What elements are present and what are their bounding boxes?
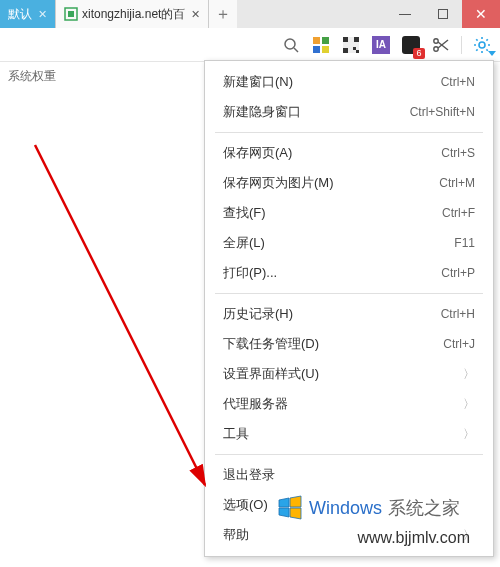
menu-item-save-page[interactable]: 保存网页(A)Ctrl+S <box>205 138 493 168</box>
browser-tab[interactable]: xitongzhijia.net的百 ✕ <box>56 0 209 28</box>
menu-item-save-as-image[interactable]: 保存网页为图片(M)Ctrl+M <box>205 168 493 198</box>
svg-line-15 <box>486 39 487 40</box>
svg-line-12 <box>476 39 477 40</box>
apps-grid-icon[interactable] <box>311 35 331 55</box>
menu-item-logout[interactable]: 退出登录 <box>205 460 493 490</box>
qr-code-icon[interactable] <box>341 35 361 55</box>
menu-item-history[interactable]: 历史记录(H)Ctrl+H <box>205 299 493 329</box>
tab-label: xitongzhijia.net的百 <box>82 6 185 23</box>
new-tab-button[interactable]: ＋ <box>209 0 237 28</box>
ia-badge-icon[interactable]: IA <box>371 35 391 55</box>
browser-tab-active[interactable]: 默认 ✕ <box>0 0 56 28</box>
dropdown-caret-icon <box>488 51 496 56</box>
menu-item-find[interactable]: 查找(F)Ctrl+F <box>205 198 493 228</box>
window-minimize-button[interactable] <box>386 0 424 28</box>
svg-line-16 <box>35 145 205 485</box>
svg-point-4 <box>434 46 438 50</box>
svg-point-7 <box>479 42 485 48</box>
chevron-right-icon: 〉 <box>463 426 475 443</box>
menu-separator <box>215 293 483 294</box>
tab-label: 默认 <box>8 6 32 23</box>
menu-item-tools[interactable]: 工具〉 <box>205 419 493 449</box>
chevron-right-icon: 〉 <box>463 366 475 383</box>
menu-item-print[interactable]: 打印(P)...Ctrl+P <box>205 258 493 288</box>
menu-item-new-window[interactable]: 新建窗口(N)Ctrl+N <box>205 67 493 97</box>
svg-line-2 <box>294 48 298 52</box>
menu-item-ui-style[interactable]: 设置界面样式(U)〉 <box>205 359 493 389</box>
window-close-button[interactable]: ✕ <box>462 0 500 28</box>
chevron-right-icon: 〉 <box>463 396 475 413</box>
menu-separator <box>215 132 483 133</box>
windows-logo-icon <box>277 495 303 521</box>
search-icon[interactable] <box>281 35 301 55</box>
svg-point-3 <box>434 38 438 42</box>
favicon-icon <box>64 7 78 21</box>
scissors-icon[interactable] <box>431 35 451 55</box>
menu-item-new-incognito[interactable]: 新建隐身窗口Ctrl+Shift+N <box>205 97 493 127</box>
settings-gear-icon[interactable] <box>472 35 492 55</box>
menu-item-downloads[interactable]: 下载任务管理(D)Ctrl+J <box>205 329 493 359</box>
settings-dropdown-menu: 新建窗口(N)Ctrl+N 新建隐身窗口Ctrl+Shift+N 保存网页(A)… <box>204 60 494 557</box>
watermark-logo: Windows系统之家 <box>277 495 460 521</box>
watermark-url: www.bjjmlv.com <box>357 529 470 547</box>
menu-item-proxy[interactable]: 代理服务器〉 <box>205 389 493 419</box>
extension-icon[interactable]: 6 <box>401 35 421 55</box>
svg-line-14 <box>476 49 477 50</box>
close-icon[interactable]: ✕ <box>38 8 47 21</box>
svg-point-1 <box>285 39 295 49</box>
window-maximize-button[interactable] <box>424 0 462 28</box>
menu-item-fullscreen[interactable]: 全屏(L)F11 <box>205 228 493 258</box>
notification-badge: 6 <box>413 48 425 59</box>
page-text: 系统权重 <box>8 68 56 85</box>
close-icon[interactable]: ✕ <box>191 8 200 21</box>
menu-separator <box>215 454 483 455</box>
toolbar-divider <box>461 36 462 54</box>
